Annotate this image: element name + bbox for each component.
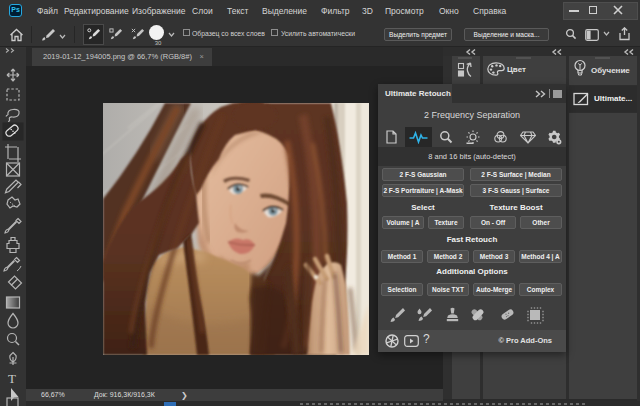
svg-text:T: T [8, 371, 16, 386]
